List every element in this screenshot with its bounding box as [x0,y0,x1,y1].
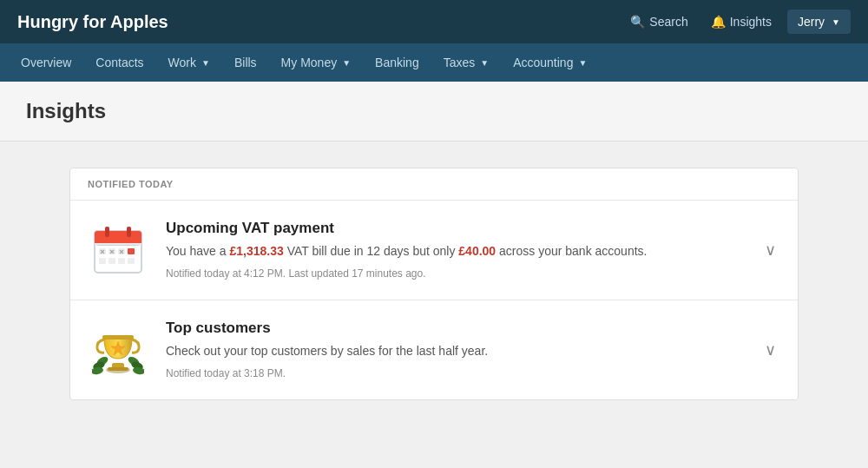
page-title: Insights [26,99,842,123]
svg-rect-10 [128,248,135,254]
insight-item-top-customers: Top customers Check out your top custome… [70,300,798,399]
notified-today-header: NOTIFIED TODAY [70,168,798,201]
user-menu-button[interactable]: Jerry ▼ [787,10,851,34]
top-customers-expand-button[interactable]: ∨ [760,336,780,364]
svg-rect-11 [99,258,106,264]
nav-item-contacts[interactable]: Contacts [83,43,155,82]
vat-icon [88,220,148,280]
insights-nav-label: Insights [730,15,772,29]
nav-label-my-money: My Money [281,56,338,69]
chevron-down-icon: ▼ [832,17,840,27]
search-button[interactable]: 🔍 Search [623,10,694,33]
nav-item-work[interactable]: Work ▼ [156,43,222,82]
top-customers-item-body: Top customers Check out your top custome… [166,320,752,379]
top-customers-description: Check out your top customers by sales fo… [166,342,752,360]
search-label: Search [649,15,687,29]
svg-rect-4 [95,237,141,243]
nav-label-accounting: Accounting [513,56,573,69]
chevron-down-icon: ▼ [578,58,587,68]
vat-item-title: Upcoming VAT payment [166,220,752,237]
nav-item-my-money[interactable]: My Money ▼ [269,43,363,82]
chevron-down-icon: ▼ [201,58,210,68]
vat-item-timestamp: Notified today at 4:12 PM. Last updated … [166,267,752,280]
nav-item-bills[interactable]: Bills [222,43,269,82]
page-header: Insights [0,82,868,142]
vat-item-body: Upcoming VAT payment You have a £1,318.3… [166,220,752,280]
vat-expand-button[interactable]: ∨ [760,236,780,264]
nav-label-bills: Bills [234,56,257,69]
chevron-down-icon: ∨ [765,241,776,259]
svg-rect-5 [105,227,109,237]
user-label: Jerry [798,15,825,29]
svg-rect-13 [118,258,125,264]
top-customers-title: Top customers [166,320,752,337]
vat-amount: £1,318.33 [229,244,283,258]
nav-item-taxes[interactable]: Taxes ▼ [431,43,501,82]
app-title: Hungry for Apples [17,12,168,32]
svg-rect-23 [108,367,128,371]
insights-button[interactable]: 🔔 Insights [704,10,779,33]
nav-label-taxes: Taxes [444,56,476,69]
nav-label-overview: Overview [21,56,71,69]
insights-card: NOTIFIED TODAY [69,168,799,400]
vat-item-description: You have a £1,318.33 VAT bill due in 12 … [166,242,752,260]
search-icon: 🔍 [630,15,645,29]
nav-label-banking: Banking [375,56,419,69]
nav-label-contacts: Contacts [95,56,143,69]
top-customers-icon [88,320,148,380]
chevron-down-icon: ∨ [765,341,776,359]
chevron-down-icon: ▼ [480,58,489,68]
svg-rect-12 [108,258,115,264]
main-nav: Overview Contacts Work ▼ Bills My Money … [0,43,868,82]
top-right-controls: 🔍 Search 🔔 Insights Jerry ▼ [623,10,851,34]
svg-rect-24 [102,335,134,339]
bank-amount: £40.00 [458,244,496,258]
nav-label-work: Work [168,56,196,69]
main-content: NOTIFIED TODAY [52,142,816,426]
nav-item-accounting[interactable]: Accounting ▼ [501,43,599,82]
nav-item-overview[interactable]: Overview [9,43,83,82]
nav-item-banking[interactable]: Banking [363,43,431,82]
svg-rect-14 [128,258,135,264]
chevron-down-icon: ▼ [342,58,351,68]
svg-rect-6 [127,227,131,237]
bell-icon: 🔔 [711,15,726,29]
top-bar: Hungry for Apples 🔍 Search 🔔 Insights Je… [0,0,868,43]
top-customers-timestamp: Notified today at 3:18 PM. [166,367,752,379]
insight-item-vat: Upcoming VAT payment You have a £1,318.3… [70,201,798,300]
